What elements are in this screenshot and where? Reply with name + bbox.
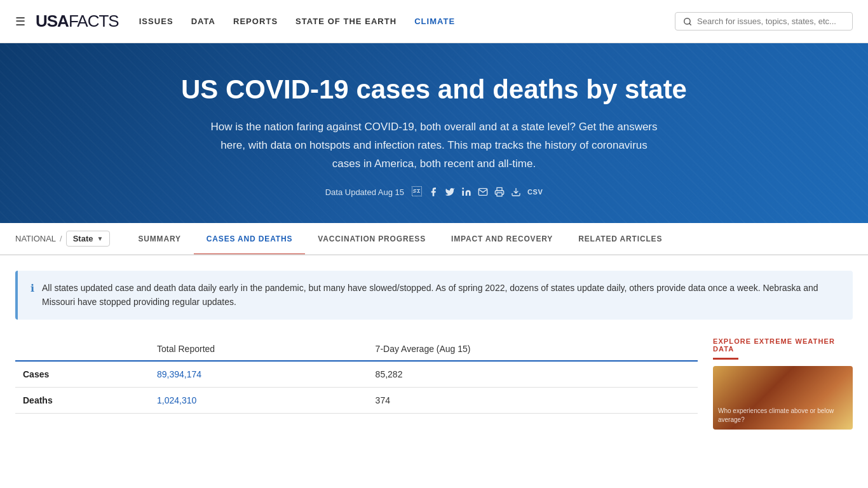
breadcrumb-separator: /: [60, 234, 62, 243]
row-cases-total[interactable]: 89,394,174: [149, 361, 368, 388]
covid-data-table: Total Reported 7-Day Average (Aug 15) Ca…: [15, 337, 698, 414]
hero-meta: Data Updated Aug 15  CSV: [15, 186, 853, 198]
table-col-total: Total Reported: [149, 337, 368, 361]
site-header: ☰ USA FACTS ISSUES DATA REPORTS STATE OF…: [0, 0, 868, 43]
deaths-total-link[interactable]: 1,024,310: [157, 395, 196, 405]
nav-issues[interactable]: ISSUES: [139, 17, 173, 26]
tab-vaccination-progress[interactable]: VACCINATION PROGRESS: [305, 224, 438, 255]
table-col-avg: 7-Day Average (Aug 15): [368, 337, 698, 361]
explore-label[interactable]: EXPLORE EXTREME WEATHER DATA: [713, 337, 853, 353]
csv-download-label[interactable]: CSV: [527, 188, 543, 196]
cases-total-link[interactable]: 89,394,174: [157, 369, 201, 379]
table-row-deaths: Deaths 1,024,310 374: [15, 387, 698, 413]
state-dropdown-label: State: [73, 234, 93, 243]
sidebar: EXPLORE EXTREME WEATHER DATA Who experie…: [713, 337, 853, 430]
nav-state-of-the-earth[interactable]: STATE OF THE EARTH: [295, 17, 397, 26]
hero-section: US COVID-19 cases and deaths by state Ho…: [0, 43, 868, 223]
print-icon[interactable]: [494, 187, 505, 197]
row-deaths-avg: 374: [368, 387, 698, 413]
table-row-cases: Cases 89,394,174 85,282: [15, 361, 698, 388]
svg-rect-3: [497, 193, 502, 196]
facebook-icon[interactable]: [428, 187, 438, 197]
tab-cases-and-deaths[interactable]: CASES AND DEATHS: [194, 224, 305, 255]
search-bar[interactable]: [675, 12, 853, 30]
search-icon: [683, 17, 692, 26]
logo-usa-text: USA: [36, 11, 69, 31]
logo-facts-text: FACTS: [69, 11, 119, 31]
state-dropdown[interactable]: State ▼: [66, 231, 111, 247]
search-input[interactable]: [697, 17, 844, 26]
row-deaths-total[interactable]: 1,024,310: [149, 387, 368, 413]
main-nav: ISSUES DATA REPORTS STATE OF THE EARTH C…: [139, 17, 675, 26]
row-deaths-label: Deaths: [15, 387, 149, 413]
site-logo[interactable]: USA FACTS: [36, 11, 119, 31]
content-layout: Total Reported 7-Day Average (Aug 15) Ca…: [15, 337, 853, 430]
svg-line-1: [689, 23, 691, 25]
facebook-icon[interactable]: : [412, 186, 422, 198]
nav-climate[interactable]: CLIMATE: [414, 17, 455, 26]
nav-reports[interactable]: REPORTS: [233, 17, 278, 26]
hamburger-menu-icon[interactable]: ☰: [15, 15, 25, 29]
breadcrumb-national[interactable]: NATIONAL: [15, 234, 56, 243]
explore-image[interactable]: Who experiences climate above or below a…: [713, 366, 853, 430]
email-icon[interactable]: [478, 187, 488, 197]
nav-data[interactable]: DATA: [191, 17, 215, 26]
row-cases-avg: 85,282: [368, 361, 698, 388]
hero-description: How is the nation faring against COVID-1…: [205, 118, 663, 173]
info-icon: ℹ: [31, 282, 34, 294]
tab-impact-and-recovery[interactable]: IMPACT AND RECOVERY: [438, 224, 566, 255]
chevron-down-icon: ▼: [97, 235, 103, 242]
tabs-list: SUMMARY CASES AND DEATHS VACCINATION PRO…: [125, 223, 675, 254]
hero-share-icons:  CSV: [412, 186, 543, 198]
explore-divider: [713, 358, 738, 360]
tab-summary[interactable]: SUMMARY: [125, 224, 193, 255]
svg-point-2: [462, 187, 464, 189]
table-col-empty: [15, 337, 149, 361]
hero-title: US COVID-19 cases and deaths by state: [15, 74, 853, 105]
tab-related-articles[interactable]: RELATED ARTICLES: [566, 224, 675, 255]
info-box-text: All states updated case and death data d…: [42, 281, 840, 309]
row-cases-label: Cases: [15, 361, 149, 388]
twitter-icon[interactable]: [445, 187, 455, 197]
info-box: ℹ All states updated case and death data…: [15, 271, 853, 320]
breadcrumb: NATIONAL / State ▼: [15, 231, 110, 247]
data-section: Total Reported 7-Day Average (Aug 15) Ca…: [15, 337, 698, 430]
explore-image-caption: Who experiences climate above or below a…: [718, 407, 853, 424]
linkedin-icon[interactable]: [461, 187, 471, 197]
download-icon[interactable]: [511, 187, 521, 197]
main-content: ℹ All states updated case and death data…: [0, 255, 868, 445]
tabs-navigation: NATIONAL / State ▼ SUMMARY CASES AND DEA…: [0, 223, 868, 255]
hero-data-updated: Data Updated Aug 15: [325, 187, 404, 197]
